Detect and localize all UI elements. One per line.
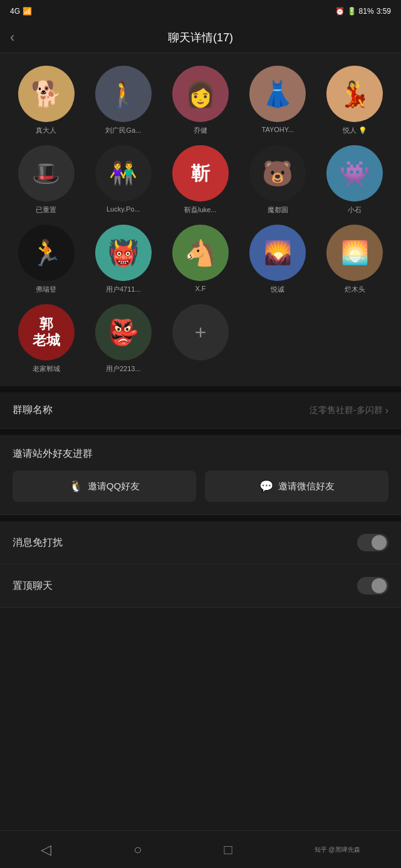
group-name-label: 群聊名称: [13, 404, 53, 417]
invite-buttons: 🐧 邀请QQ好友 💬 邀请微信好友: [13, 471, 388, 502]
member-avatar: 🏃: [18, 225, 75, 281]
divider-1: [0, 386, 401, 392]
member-item[interactable]: 郭 老城老家郸城: [10, 304, 82, 374]
member-item[interactable]: 🏃弗瑞登: [10, 225, 82, 294]
member-name: X.F: [195, 285, 206, 292]
invite-title: 邀请站外好友进群: [13, 447, 388, 461]
pin-toggle[interactable]: [357, 577, 388, 595]
member-name: 用户4711...: [106, 285, 141, 294]
member-avatar: 🎩: [18, 145, 75, 202]
member-item[interactable]: 🐴X.F: [164, 225, 236, 294]
member-name: 老家郸城: [33, 364, 60, 374]
add-member-button[interactable]: +: [172, 304, 229, 360]
member-item[interactable]: 🚶刘广民Ga...: [87, 66, 159, 135]
member-avatar: 🐕: [18, 66, 75, 122]
page-title: 聊天详情(17): [168, 30, 233, 45]
qq-icon: 🐧: [69, 479, 83, 493]
members-grid: 🐕真大人🚶刘广民Ga...👩乔健👗TAYOHY...💃悦人 💡🎩已重置👫Luck…: [10, 66, 391, 374]
nav-back-icon: ◁: [41, 842, 51, 858]
battery-icon: 🔋 81%: [347, 7, 373, 16]
group-name-row[interactable]: 群聊名称 泛零售社群-多闪群 ›: [0, 392, 401, 429]
mute-label: 消息免打扰: [13, 536, 63, 549]
nav-recents[interactable]: □: [224, 842, 232, 858]
member-avatar: 👫: [95, 145, 152, 202]
nav-home-icon: ○: [133, 842, 142, 858]
member-item[interactable]: 🌅烂木头: [319, 225, 391, 294]
alarm-icon: ⏰: [335, 7, 345, 16]
member-name: 已重置: [36, 205, 56, 215]
member-item[interactable]: 💃悦人 💡: [319, 66, 391, 135]
invite-wechat-button[interactable]: 💬 邀请微信好友: [205, 471, 388, 502]
divider-3: [0, 515, 401, 521]
time: 3:59: [377, 7, 391, 16]
status-right: ⏰ 🔋 81% 3:59: [335, 7, 391, 16]
member-item[interactable]: 靳靳磊luke...: [164, 145, 236, 215]
member-name: TAYOHY...: [262, 126, 294, 133]
bottom-nav: ◁ ○ □ 知乎 @黑啤先森: [0, 830, 401, 868]
member-item[interactable]: 🎩已重置: [10, 145, 82, 215]
member-name: 真大人: [36, 126, 56, 135]
member-item[interactable]: 👹用户4711...: [87, 225, 159, 294]
member-avatar: 🐻: [249, 145, 306, 202]
member-name: Lucky.Po...: [107, 205, 140, 213]
member-name: 魔都圆: [268, 205, 288, 215]
member-avatar: 👺: [95, 304, 152, 360]
member-name: 用户2213...: [106, 364, 141, 374]
bottom-spacer: [0, 608, 401, 658]
member-avatar: 🌄: [249, 225, 306, 281]
add-member-item[interactable]: +: [164, 304, 236, 374]
member-avatar: 🚶: [95, 66, 152, 122]
nav-home[interactable]: ○: [133, 842, 142, 858]
nav-brand: 知乎 @黑啤先森: [315, 845, 360, 854]
back-button[interactable]: ‹: [10, 29, 14, 46]
pin-row: 置顶聊天: [0, 564, 401, 608]
signal-icon: 4G: [10, 7, 20, 16]
header: ‹ 聊天详情(17): [0, 23, 401, 53]
nav-brand-label: 知乎 @黑啤先森: [315, 845, 360, 854]
member-name: 乔健: [194, 126, 207, 135]
member-item[interactable]: 🌄悦诚: [242, 225, 314, 294]
pin-toggle-thumb: [372, 578, 387, 593]
status-bar: 4G 📶 ⏰ 🔋 81% 3:59: [0, 0, 401, 23]
wechat-icon: 💬: [259, 479, 273, 493]
member-avatar: 🌅: [326, 225, 383, 281]
chevron-icon: ›: [385, 405, 388, 416]
member-name: 悦诚: [271, 285, 284, 294]
invite-qq-button[interactable]: 🐧 邀请QQ好友: [13, 471, 196, 502]
member-item[interactable]: 🐕真大人: [10, 66, 82, 135]
mute-toggle-thumb: [372, 535, 387, 550]
member-avatar: 👹: [95, 225, 152, 281]
pin-label: 置顶聊天: [13, 580, 53, 593]
nav-recents-icon: □: [224, 842, 232, 858]
member-name: 弗瑞登: [36, 285, 56, 294]
member-avatar: 👾: [326, 145, 383, 202]
member-item[interactable]: 🐻魔都圆: [242, 145, 314, 215]
member-item[interactable]: 👗TAYOHY...: [242, 66, 314, 135]
member-name: 悦人 💡: [343, 126, 367, 135]
members-section: 🐕真大人🚶刘广民Ga...👩乔健👗TAYOHY...💃悦人 💡🎩已重置👫Luck…: [0, 53, 401, 386]
nav-back[interactable]: ◁: [41, 842, 51, 858]
member-name: 靳磊luke...: [184, 205, 216, 215]
invite-section: 邀请站外好友进群 🐧 邀请QQ好友 💬 邀请微信好友: [0, 435, 401, 515]
member-avatar: 💃: [326, 66, 383, 122]
member-item[interactable]: 👫Lucky.Po...: [87, 145, 159, 215]
member-avatar: 👗: [249, 66, 306, 122]
status-left: 4G 📶: [10, 7, 32, 16]
member-avatar: 🐴: [172, 225, 229, 281]
divider-2: [0, 429, 401, 435]
member-avatar: 👩: [172, 66, 229, 122]
member-name: 小石: [348, 205, 362, 215]
member-item[interactable]: 👩乔健: [164, 66, 236, 135]
member-avatar: 靳: [172, 145, 229, 202]
member-item[interactable]: 👾小石: [319, 145, 391, 215]
member-name: 烂木头: [345, 285, 365, 294]
mute-toggle[interactable]: [357, 534, 388, 551]
mute-row: 消息免打扰: [0, 521, 401, 564]
member-name: 刘广民Ga...: [105, 126, 141, 135]
member-avatar: 郭 老城: [18, 304, 75, 360]
group-name-value: 泛零售社群-多闪群 ›: [310, 405, 388, 416]
member-item[interactable]: 👺用户2213...: [87, 304, 159, 374]
wifi-icon: 📶: [23, 7, 32, 16]
